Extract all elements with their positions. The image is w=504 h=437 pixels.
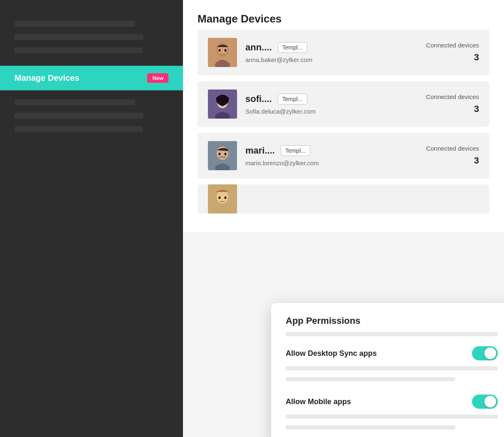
sidebar-skeleton-bar [15, 21, 135, 27]
avatar [208, 89, 237, 119]
template-badge[interactable]: Templ... [278, 42, 307, 53]
device-name: ann.... [245, 42, 272, 53]
template-badge[interactable]: Templ... [281, 145, 310, 156]
sidebar-skeleton-bar [15, 47, 143, 53]
toggle-knob [484, 396, 496, 407]
sidebar-skeleton-bar [15, 99, 135, 105]
device-email: anna.baker@zylker.com [245, 56, 418, 63]
sidebar-item-manage-devices[interactable]: Manage Devices New [0, 66, 183, 90]
avatar [208, 141, 237, 170]
table-row[interactable] [198, 184, 489, 214]
permission-row-desktop: Allow Desktop Sync apps [286, 346, 498, 385]
connected-label: Connected devices [426, 93, 479, 100]
skeleton-bar [286, 415, 498, 419]
device-name-row: mari.... Templ... [245, 145, 418, 156]
sidebar-skeleton-bar [15, 113, 143, 119]
connected-label: Connected devices [426, 42, 479, 49]
skeleton-bar [286, 425, 455, 430]
page-title: Manage Devices [198, 12, 489, 25]
connected-label: Connected devices [426, 145, 479, 152]
svg-point-19 [219, 196, 221, 199]
connected-count: 3 [474, 155, 479, 166]
toggle-knob [484, 348, 496, 359]
popup-skeleton-bar [286, 332, 498, 336]
avatar [208, 184, 237, 214]
permission-label: Allow Desktop Sync apps [286, 349, 377, 358]
device-info: ann.... Templ... anna.baker@zylker.com [245, 42, 418, 63]
permission-row-mobile: Allow Mobile apps [286, 395, 498, 433]
main-content: Manage Devices [183, 0, 504, 437]
skeleton-bar [286, 366, 498, 370]
sidebar-skeleton-bar [15, 34, 143, 40]
sidebar: Manage Devices New [0, 0, 183, 437]
device-email: Sofia.deluca@zylker.com [245, 108, 418, 115]
svg-point-9 [225, 102, 227, 104]
device-name-row: ann.... Templ... [245, 42, 418, 53]
svg-point-4 [219, 49, 221, 52]
connected-devices: Connected devices 3 [426, 92, 479, 116]
connected-count: 3 [474, 52, 479, 62]
svg-point-5 [225, 49, 227, 52]
avatar [208, 38, 237, 67]
popup-title: App Permissions [286, 315, 498, 326]
svg-rect-15 [219, 156, 226, 158]
svg-point-20 [225, 196, 227, 199]
permission-title-row: Allow Desktop Sync apps [286, 346, 498, 360]
device-name: mari.... [245, 145, 275, 156]
manage-devices-panel: Manage Devices [183, 0, 504, 232]
table-row[interactable]: sofi.... Templ... Sofia.deluca@zylker.co… [198, 81, 489, 127]
sidebar-top-nav [0, 8, 183, 66]
connected-count: 3 [474, 104, 479, 114]
toggle-desktop-sync[interactable] [472, 346, 498, 360]
connected-devices: Connected devices 3 [426, 144, 479, 167]
svg-point-8 [219, 102, 221, 104]
device-email: mario.lorenzo@zylker.com [245, 159, 418, 166]
device-info: sofi.... Templ... Sofia.deluca@zylker.co… [245, 94, 418, 115]
svg-point-13 [219, 153, 221, 155]
svg-point-14 [225, 153, 227, 155]
permission-desc [286, 366, 498, 385]
sidebar-bottom-nav [0, 90, 183, 141]
device-info: mari.... Templ... mario.lorenzo@zylker.c… [245, 145, 418, 166]
permission-desc [286, 415, 498, 433]
toggle-mobile-apps[interactable] [472, 395, 498, 409]
template-badge[interactable]: Templ... [278, 94, 307, 104]
table-row[interactable]: mari.... Templ... mario.lorenzo@zylker.c… [198, 133, 489, 179]
device-name: sofi.... [245, 94, 272, 104]
device-list: ann.... Templ... anna.baker@zylker.com C… [198, 30, 489, 214]
permission-label: Allow Mobile apps [286, 397, 351, 406]
table-row[interactable]: ann.... Templ... anna.baker@zylker.com C… [198, 30, 489, 75]
device-name-row: sofi.... Templ... [245, 94, 418, 104]
app-permissions-popup: App Permissions Allow Desktop Sync apps … [271, 303, 504, 437]
new-badge: New [147, 73, 168, 83]
sidebar-item-label: Manage Devices [15, 73, 141, 83]
sidebar-skeleton-bar [15, 126, 143, 132]
permission-title-row: Allow Mobile apps [286, 395, 498, 409]
connected-devices: Connected devices 3 [426, 41, 479, 64]
skeleton-bar [286, 377, 455, 381]
